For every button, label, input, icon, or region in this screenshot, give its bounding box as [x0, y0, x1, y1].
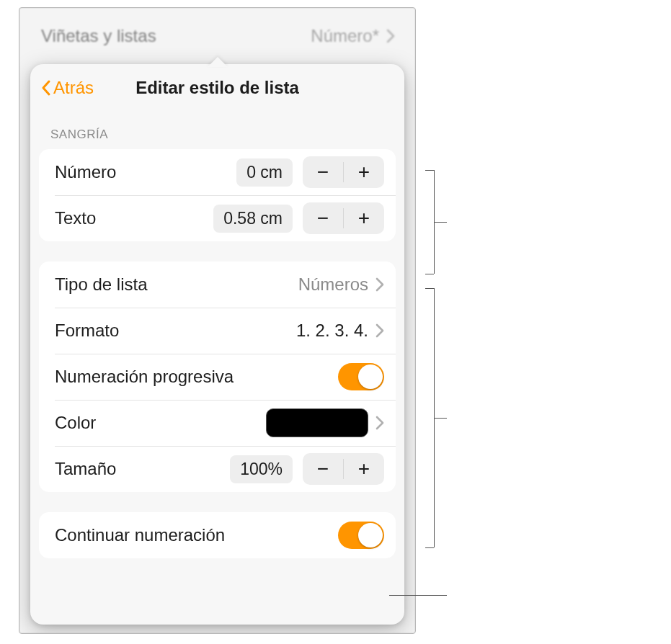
label-format: Formato — [55, 321, 296, 341]
callout-line — [389, 595, 447, 596]
decrement-text-indent[interactable]: − — [303, 202, 343, 234]
row-continue-numbering: Continuar numeración — [39, 512, 396, 558]
chevron-right-icon — [376, 277, 384, 292]
increment-size[interactable]: + — [344, 453, 384, 485]
label-list-type: Tipo de lista — [55, 274, 298, 295]
value-list-type: Números — [298, 274, 368, 295]
increment-text-indent[interactable]: + — [344, 202, 384, 234]
value-text-indent: 0.58 cm — [213, 205, 293, 233]
toggle-continue-numbering[interactable] — [338, 522, 384, 549]
chevron-right-icon — [376, 323, 384, 338]
color-well[interactable] — [266, 408, 368, 437]
row-number-indent: Número 0 cm − + — [39, 149, 396, 195]
callout-bracket — [425, 274, 434, 274]
toggle-knob — [358, 365, 383, 389]
value-size: 100% — [230, 455, 293, 483]
popover-title: Editar estilo de lista — [135, 78, 299, 98]
label-number: Número — [55, 162, 236, 182]
callout-bracket — [425, 547, 434, 548]
chevron-right-icon — [386, 29, 395, 43]
list-options-group: Tipo de lista Números Formato 1. 2. 3. 4… — [39, 261, 396, 492]
stepper-number-indent: − + — [303, 156, 384, 188]
back-button[interactable]: Atrás — [40, 64, 94, 112]
increment-number-indent[interactable]: + — [344, 156, 384, 188]
callout-bracket — [425, 170, 434, 171]
stepper-size: − + — [303, 453, 384, 485]
label-text: Texto — [55, 208, 213, 228]
callout-bracket — [425, 288, 434, 289]
callout-line — [434, 222, 447, 223]
continue-numbering-group: Continuar numeración — [39, 512, 396, 558]
parent-row-value: Número* — [311, 26, 379, 46]
row-text-indent: Texto 0.58 cm − + — [39, 195, 396, 241]
parent-row-bullets-lists[interactable]: Viñetas y listas Número* — [19, 8, 415, 64]
section-header-indent: SANGRÍA — [30, 112, 404, 149]
value-number-indent: 0 cm — [236, 158, 293, 187]
label-color: Color — [55, 413, 266, 433]
callout-line — [434, 418, 447, 419]
row-progressive-numbering: Numeración progresiva — [39, 354, 396, 400]
label-continue-numbering: Continuar numeración — [55, 525, 338, 545]
row-list-type[interactable]: Tipo de lista Números — [39, 261, 396, 308]
chevron-left-icon — [40, 79, 52, 97]
decrement-size[interactable]: − — [303, 453, 343, 485]
decrement-number-indent[interactable]: − — [303, 156, 343, 188]
back-label: Atrás — [53, 78, 94, 98]
stepper-text-indent: − + — [303, 202, 384, 234]
label-size: Tamaño — [55, 459, 230, 479]
row-size: Tamaño 100% − + — [39, 446, 396, 492]
row-color[interactable]: Color — [39, 400, 396, 446]
app-frame: Viñetas y listas Número* Atrás Editar es… — [19, 7, 416, 634]
chevron-right-icon — [376, 416, 384, 430]
indent-group: Número 0 cm − + Texto 0.58 cm − + — [39, 149, 396, 241]
edit-list-style-popover: Atrás Editar estilo de lista SANGRÍA Núm… — [30, 64, 404, 625]
label-progressive: Numeración progresiva — [55, 367, 338, 387]
popover-header: Atrás Editar estilo de lista — [30, 64, 404, 112]
toggle-knob — [358, 523, 383, 547]
row-format[interactable]: Formato 1. 2. 3. 4. — [39, 308, 396, 354]
value-format: 1. 2. 3. 4. — [296, 321, 368, 341]
toggle-progressive-numbering[interactable] — [338, 363, 384, 390]
parent-row-label: Viñetas y listas — [41, 26, 156, 46]
